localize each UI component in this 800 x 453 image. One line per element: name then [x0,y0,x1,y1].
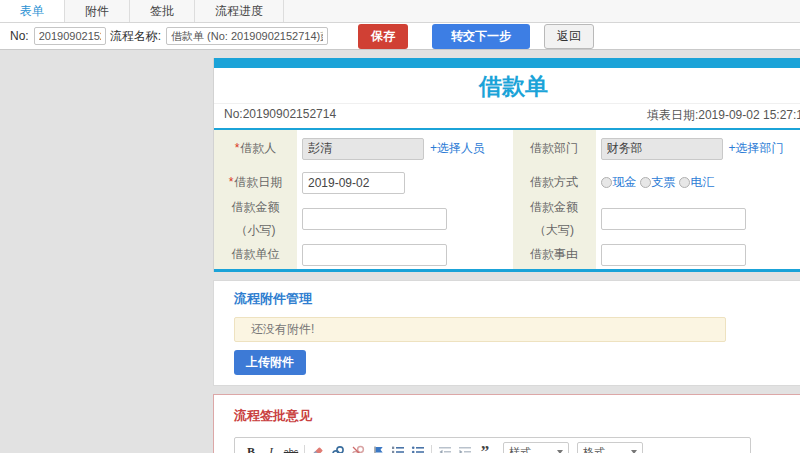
form-title: 借款单 [214,68,800,103]
tab-process-progress[interactable]: 流程进度 [195,0,284,22]
required-asterisk: * [235,141,240,155]
loan-reason-input[interactable] [601,244,746,266]
loan-date-label: *借款日期 [214,167,297,198]
amount-small-label: 借款金额（小写) [214,198,297,240]
amount-big-label: 借款金额（大写) [513,198,596,240]
bulleted-list-icon[interactable] [410,444,426,453]
next-step-button[interactable]: 转交下一步 [432,24,530,49]
amount-big-input[interactable] [601,208,746,230]
department-input[interactable] [601,138,723,160]
process-name-label: 流程名称: [110,28,161,45]
form-no-text: No:20190902152714 [224,107,336,124]
indent-icon[interactable] [457,444,473,453]
attachment-heading: 流程附件管理 [234,290,792,308]
bold-button[interactable]: B [243,444,259,453]
loan-date-input[interactable] [302,172,405,194]
amount-small-input[interactable] [302,208,447,230]
no-attachment-alert: 还没有附件! [234,317,726,342]
save-button[interactable]: 保存 [358,24,408,49]
borrower-label: *借款人 [214,130,297,167]
rich-text-editor: B I abc [234,437,751,453]
loan-method-radio-group: 现金 支票 电汇 [601,174,718,191]
attachment-card: 流程附件管理 还没有附件! 上传附件 [213,280,800,386]
radio-cash[interactable]: 现金 [601,174,637,191]
toolbar-divider [431,445,432,453]
department-label: 借款部门 [513,130,596,167]
main-content: 借款单 No:20190902152714 填表日期:2019-09-02 15… [213,58,800,453]
format-dropdown[interactable]: 格式 [577,442,643,453]
tab-form[interactable]: 表单 [0,0,65,22]
form-date-text: 填表日期:2019-09-02 15:27:1 [647,107,800,124]
editor-toolbar: B I abc [235,438,750,453]
approval-heading: 流程签批意见 [234,407,792,425]
styles-dropdown[interactable]: 样式 [503,442,569,453]
form-table: *借款人 +选择人员 借款部门 +选择部门 [214,128,800,272]
tab-approval[interactable]: 签批 [130,0,195,22]
loan-reason-label: 借款事由 [513,240,596,269]
loan-unit-label: 借款单位 [214,240,297,269]
no-label: No: [10,29,29,43]
borrower-input[interactable] [302,138,424,160]
radio-icon[interactable] [679,177,690,188]
radio-cheque[interactable]: 支票 [640,174,676,191]
upload-attachment-button[interactable]: 上传附件 [234,350,306,375]
process-name-input[interactable] [166,27,328,45]
tab-attachments[interactable]: 附件 [65,0,130,22]
outdent-icon[interactable] [437,444,453,453]
loan-method-label: 借款方式 [513,167,596,198]
link-icon[interactable] [330,444,346,453]
required-asterisk: * [229,175,234,189]
select-person-link[interactable]: +选择人员 [430,140,485,157]
action-toolbar: No: 流程名称: 保存 转交下一步 返回 [0,23,800,50]
no-input[interactable] [34,27,106,45]
blockquote-icon[interactable]: ” [477,444,493,453]
form-meta-row: No:20190902152714 填表日期:2019-09-02 15:27:… [214,103,800,128]
italic-button[interactable]: I [263,444,279,453]
select-department-link[interactable]: +选择部门 [729,140,784,157]
tab-bar: 表单 附件 签批 流程进度 [0,0,800,23]
numbered-list-icon[interactable] [390,444,406,453]
unlink-icon[interactable] [350,444,366,453]
toolbar-divider [304,445,305,453]
radio-icon[interactable] [601,177,612,188]
strikethrough-button[interactable]: abc [283,444,299,453]
radio-icon[interactable] [640,177,651,188]
accent-bar-top [214,58,800,68]
approval-card: 流程签批意见 B I abc [213,394,800,453]
anchor-flag-icon[interactable] [370,444,386,453]
page-background: 借款单 No:20190902152714 填表日期:2019-09-02 15… [0,50,800,453]
radio-wire-transfer[interactable]: 电汇 [679,174,715,191]
loan-unit-input[interactable] [302,244,447,266]
back-button[interactable]: 返回 [544,24,594,49]
remove-format-icon[interactable] [310,444,326,453]
loan-form-card: 借款单 No:20190902152714 填表日期:2019-09-02 15… [213,58,800,272]
